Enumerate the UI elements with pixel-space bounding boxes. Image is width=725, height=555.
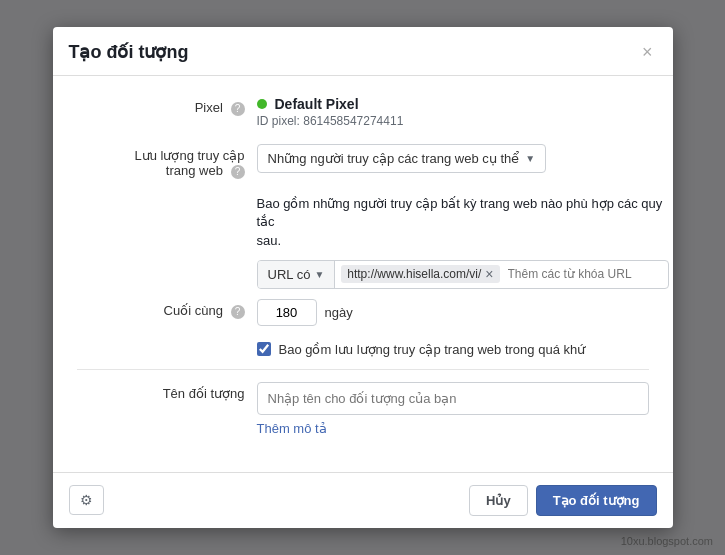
- traffic-dropdown-arrow: ▼: [525, 153, 535, 164]
- audience-name-label: Tên đối tượng: [77, 382, 257, 401]
- cuoi-cung-row: ngày: [257, 299, 649, 326]
- days-unit-label: ngày: [325, 305, 353, 320]
- pixel-row: Pixel ? Default Pixel ID pixel: 86145854…: [77, 96, 649, 128]
- pixel-info: Default Pixel: [257, 96, 649, 112]
- last-days-control: ngày: [257, 299, 649, 326]
- dialog-body: Pixel ? Default Pixel ID pixel: 86145854…: [53, 76, 673, 472]
- url-tag-container: http://www.hisella.com/vi/ ×: [335, 261, 667, 287]
- dialog-header: Tạo đối tượng ×: [53, 27, 673, 76]
- close-button[interactable]: ×: [638, 43, 657, 61]
- history-checkbox-label: Bao gồm lưu lượng truy cập trang web tro…: [279, 342, 586, 357]
- pixel-info-icon[interactable]: ?: [231, 102, 245, 116]
- pixel-label: Pixel ?: [77, 96, 257, 116]
- url-row: URL có ▼ http://www.hisella.com/vi/ ×: [257, 260, 669, 289]
- url-tag: http://www.hisella.com/vi/ ×: [341, 265, 499, 283]
- include-text-row: Bao gồm những người truy cập bất kỳ tran…: [77, 195, 649, 289]
- history-checkbox-row: Bao gồm lưu lượng truy cập trang web tro…: [257, 342, 649, 357]
- traffic-dropdown[interactable]: Những người truy cập các trang web cụ th…: [257, 144, 547, 173]
- create-button[interactable]: Tạo đối tượng: [536, 485, 657, 516]
- history-checkbox[interactable]: [257, 342, 271, 356]
- url-tag-remove[interactable]: ×: [485, 267, 493, 281]
- dialog-footer: ⚙ Hủy Tạo đối tượng: [53, 472, 673, 528]
- dialog: Tạo đối tượng × Pixel ? Default Pixel ID…: [53, 27, 673, 528]
- footer-right: Hủy Tạo đối tượng: [469, 485, 657, 516]
- pixel-id: ID pixel: 861458547274411: [257, 114, 649, 128]
- footer-left: ⚙: [69, 485, 104, 515]
- traffic-row: Lưu lượng truy cập trang web ? Những ngư…: [77, 144, 649, 179]
- divider: [77, 369, 649, 370]
- audience-name-control: Thêm mô tả: [257, 382, 649, 436]
- audience-name-row: Tên đối tượng Thêm mô tả: [77, 382, 649, 436]
- pixel-control: Default Pixel ID pixel: 861458547274411: [257, 96, 649, 128]
- traffic-label: Lưu lượng truy cập trang web ?: [77, 144, 257, 179]
- gear-button[interactable]: ⚙: [69, 485, 104, 515]
- add-description-link[interactable]: Thêm mô tả: [257, 421, 327, 436]
- include-text-control: Bao gồm những người truy cập bất kỳ tran…: [257, 195, 669, 289]
- gear-icon: ⚙: [80, 492, 93, 508]
- traffic-info-icon[interactable]: ?: [231, 165, 245, 179]
- url-condition-dropdown[interactable]: URL có ▼: [258, 261, 336, 288]
- url-keyword-input[interactable]: [504, 265, 662, 283]
- pixel-name: Default Pixel: [275, 96, 359, 112]
- days-input[interactable]: [257, 299, 317, 326]
- dialog-title: Tạo đối tượng: [69, 41, 189, 63]
- cancel-button[interactable]: Hủy: [469, 485, 528, 516]
- last-days-row: Cuối cùng ? ngày: [77, 299, 649, 326]
- last-days-info-icon[interactable]: ?: [231, 305, 245, 319]
- pixel-status-dot: [257, 99, 267, 109]
- audience-name-input[interactable]: [257, 382, 649, 415]
- url-condition-arrow: ▼: [314, 269, 324, 280]
- traffic-control: Những người truy cập các trang web cụ th…: [257, 144, 649, 173]
- include-text: Bao gồm những người truy cập bất kỳ tran…: [257, 195, 669, 250]
- last-days-label: Cuối cùng ?: [77, 299, 257, 319]
